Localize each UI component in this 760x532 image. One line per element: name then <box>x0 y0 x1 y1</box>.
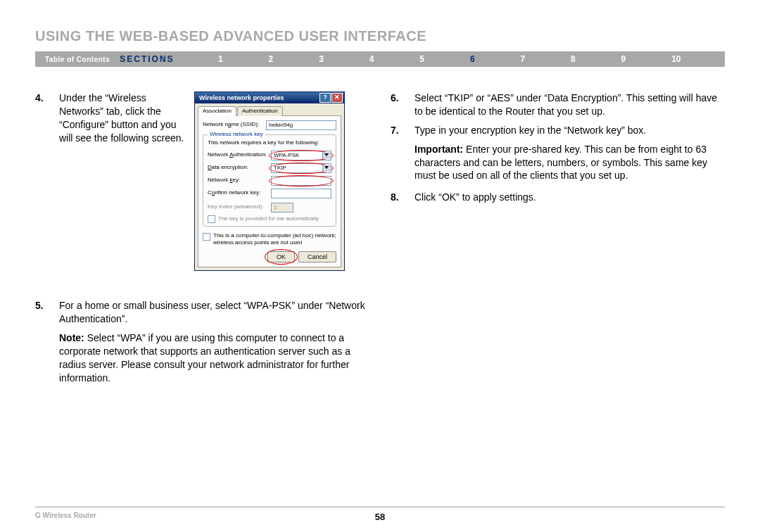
tab-authentication[interactable]: Authentication <box>237 106 283 116</box>
note-text: Select “WPA” if you are using this compu… <box>59 332 350 384</box>
important-block: Important: Enter your pre-shared key. Th… <box>414 143 725 183</box>
label-enc: Data encryption: <box>208 164 271 172</box>
step-4: 4. Under the “Wireless Networks” tab, cl… <box>35 91 190 145</box>
note-block: Note: Select “WPA” if you are using this… <box>59 331 369 385</box>
help-icon[interactable]: ? <box>319 93 331 103</box>
page-number: 58 <box>375 512 385 522</box>
nav-sections-label: SECTIONS <box>120 54 195 64</box>
step-num: 5. <box>35 299 59 326</box>
dialog-titlebar: Wireless network properties ? ✕ <box>195 92 344 103</box>
step-8: 8. Click “OK” to apply settings. <box>391 191 725 204</box>
nav-link-7[interactable]: 7 <box>520 54 525 64</box>
footer: G Wireless Router 58 <box>35 507 725 522</box>
groupbox-legend: Wireless network key <box>208 131 265 139</box>
step-text: For a home or small business user, selec… <box>59 299 369 326</box>
adhoc-checkbox[interactable] <box>203 233 210 241</box>
auto-key-checkbox-row: The key is provided for me automatically <box>208 215 331 223</box>
auto-key-checkbox[interactable] <box>208 215 215 223</box>
ssid-input[interactable]: belkin54g <box>266 120 336 130</box>
tab-association[interactable]: Association <box>198 106 236 116</box>
nav-link-8[interactable]: 8 <box>571 54 576 64</box>
cancel-button[interactable]: Cancel <box>298 251 336 262</box>
nav-link-6[interactable]: 6 <box>470 54 475 64</box>
adhoc-label: This is a computer-to-computer (ad hoc) … <box>213 232 336 248</box>
wireless-properties-dialog: Wireless network properties ? ✕ Associat… <box>194 91 345 271</box>
network-auth-select[interactable]: WPA-PSK <box>271 151 331 160</box>
close-icon[interactable]: ✕ <box>331 93 343 103</box>
page-title: USING THE WEB-BASED ADVANCED USER INTERF… <box>35 28 725 44</box>
step-num: 7. <box>391 124 414 137</box>
step-num: 8. <box>391 191 414 204</box>
nav-link-2[interactable]: 2 <box>269 54 274 64</box>
section-navbar: Table of Contents SECTIONS 1 2 3 4 5 6 7… <box>35 51 725 67</box>
step-text: Click “OK” to apply settings. <box>414 191 725 204</box>
note-label: Note: <box>59 332 84 343</box>
step-num: 6. <box>391 91 414 118</box>
step-5: 5. For a home or small business user, se… <box>35 299 369 326</box>
nav-link-10[interactable]: 10 <box>671 54 680 64</box>
label-key-index: Key index (advanced): <box>208 203 271 211</box>
nav-link-3[interactable]: 3 <box>319 54 324 64</box>
nav-link-9[interactable]: 9 <box>621 54 626 64</box>
data-encryption-select[interactable]: TKIP <box>271 163 331 173</box>
important-label: Important: <box>414 144 463 155</box>
step-7: 7. Type in your encryption key in the “N… <box>391 124 725 137</box>
step-text: Type in your encryption key in the “Netw… <box>414 124 725 137</box>
key-index-input: 1 <box>271 203 293 213</box>
group-desc: This network requires a key for the foll… <box>208 139 331 147</box>
label-confirm: Confirm network key: <box>208 189 271 197</box>
step-text: Under the “Wireless Networks” tab, click… <box>59 91 190 145</box>
dialog-title: Wireless network properties <box>199 94 319 102</box>
nav-link-5[interactable]: 5 <box>419 54 424 64</box>
confirm-key-input[interactable] <box>271 189 331 198</box>
step-num: 4. <box>35 91 59 145</box>
product-name: G Wireless Router <box>35 512 96 519</box>
nav-link-1[interactable]: 1 <box>218 54 223 64</box>
network-key-input[interactable] <box>271 176 331 186</box>
label-ssid: Network name (SSID): <box>203 121 266 129</box>
nav-toc[interactable]: Table of Contents <box>35 56 120 63</box>
label-auth: Network Authentication: <box>208 151 271 159</box>
step-text: Select “TKIP” or “AES” under “Data Encry… <box>414 91 725 118</box>
step-6: 6. Select “TKIP” or “AES” under “Data En… <box>391 91 725 118</box>
nav-link-4[interactable]: 4 <box>369 54 374 64</box>
label-key: Network key: <box>208 177 271 184</box>
auto-key-label: The key is provided for me automatically <box>218 215 319 223</box>
ok-button[interactable]: OK <box>267 251 295 262</box>
